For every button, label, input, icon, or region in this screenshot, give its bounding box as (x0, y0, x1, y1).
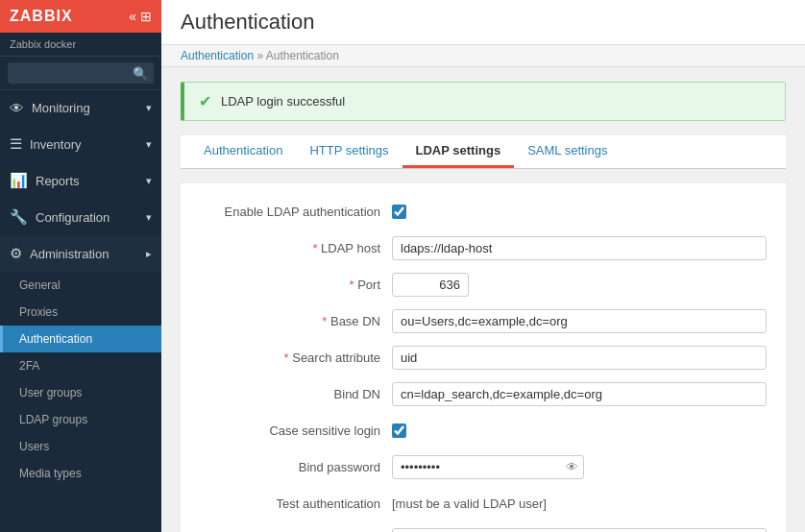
bind-dn-input[interactable] (392, 382, 767, 406)
bind-password-label: Bind password (200, 460, 392, 474)
sidebar-item-reports[interactable]: 📊 Reports ▾ (0, 162, 161, 199)
tab-authentication[interactable]: Authentication (190, 135, 296, 168)
case-sensitive-row: Case sensitive login (200, 417, 767, 444)
sidebar-item-monitoring[interactable]: 👁 Monitoring ▾ (0, 90, 161, 126)
sidebar-item-administration-label: Administration (30, 247, 109, 261)
sidebar-search-area: 🔍 (0, 57, 161, 90)
sidebar-item-inventory[interactable]: ☰ Inventory ▾ (0, 126, 161, 162)
sidebar-sub-proxies[interactable]: Proxies (0, 299, 161, 326)
ldap-host-input[interactable] (392, 236, 767, 260)
sidebar-item-monitoring-label: Monitoring (32, 101, 90, 115)
bind-password-input[interactable] (392, 455, 584, 479)
search-icon: 🔍 (133, 66, 148, 81)
search-attr-input[interactable] (392, 346, 767, 370)
sidebar-item-administration[interactable]: ⚙ Administration ▸ (0, 235, 161, 272)
sidebar-sub-media-types[interactable]: Media types (0, 460, 161, 487)
inventory-arrow: ▾ (146, 138, 152, 151)
configuration-arrow: ▾ (146, 211, 152, 224)
port-row: * Port (200, 271, 767, 298)
sidebar-sub-ldap-groups[interactable]: LDAP groups (0, 406, 161, 433)
search-attr-label: * Search attribute (200, 351, 392, 365)
sidebar-item-configuration-label: Configuration (36, 210, 110, 225)
success-icon: ✔ (199, 92, 211, 110)
monitoring-arrow: ▾ (146, 102, 152, 114)
success-message: ✔ LDAP login successful (181, 82, 786, 121)
sidebar-sub-2fa[interactable]: 2FA (0, 352, 161, 379)
tab-saml-settings[interactable]: SAML settings (514, 135, 621, 168)
case-sensitive-checkbox[interactable] (392, 423, 406, 438)
sidebar-item-inventory-label: Inventory (30, 137, 81, 152)
tab-ldap-settings[interactable]: LDAP settings (402, 135, 515, 168)
port-input[interactable] (392, 273, 469, 297)
menu-icon[interactable]: ⊞ (140, 9, 152, 24)
sidebar-sub-general[interactable]: General (0, 272, 161, 299)
reports-arrow: ▾ (146, 175, 152, 187)
tabs-bar: Authentication HTTP settings LDAP settin… (181, 135, 786, 169)
sidebar-header: ZABBIX « ⊞ (0, 0, 161, 33)
sidebar-controls: « ⊞ (129, 9, 152, 24)
enable-ldap-label: Enable LDAP authentication (200, 205, 392, 219)
reports-icon: 📊 (10, 172, 28, 189)
bind-dn-row: Bind DN (200, 380, 767, 407)
base-dn-input[interactable] (392, 309, 767, 333)
login-row: * Login (200, 526, 767, 532)
configuration-icon: 🔧 (10, 208, 28, 226)
sidebar-user: Zabbix docker (0, 33, 161, 57)
sidebar-sub-users[interactable]: Users (0, 433, 161, 460)
search-attr-row: * Search attribute (200, 344, 767, 371)
bind-password-wrap: 👁 (392, 455, 584, 479)
base-dn-label: * Base DN (200, 314, 392, 328)
enable-ldap-row: Enable LDAP authentication (200, 198, 767, 225)
inventory-icon: ☰ (10, 135, 22, 153)
breadcrumb-separator: » (256, 49, 265, 62)
sidebar: ZABBIX « ⊞ Zabbix docker 🔍 👁 Monitoring … (0, 0, 161, 532)
tab-http-settings[interactable]: HTTP settings (296, 135, 402, 168)
collapse-icon[interactable]: « (129, 9, 136, 24)
case-sensitive-label: Case sensitive login (200, 423, 392, 438)
sidebar-sub-authentication[interactable]: Authentication (0, 326, 161, 352)
ldap-host-label: * LDAP host (200, 241, 392, 255)
sidebar-sub-user-groups[interactable]: User groups (0, 379, 161, 406)
sidebar-item-reports-label: Reports (36, 174, 80, 188)
page-header: Authentication (161, 0, 805, 45)
administration-arrow: ▸ (146, 248, 152, 260)
login-input[interactable] (392, 528, 767, 533)
test-auth-label: Test authentication (200, 496, 392, 511)
success-text: LDAP login successful (221, 94, 345, 109)
main-content: Authentication Authentication » Authenti… (161, 0, 805, 532)
required-star: * (312, 241, 321, 255)
breadcrumb-parent[interactable]: Authentication (181, 49, 254, 62)
content-area: ✔ LDAP login successful Authentication H… (161, 67, 805, 532)
administration-icon: ⚙ (10, 245, 22, 262)
test-auth-note: [must be a valid LDAP user] (392, 496, 547, 511)
port-label: * Port (200, 278, 392, 292)
sidebar-logo: ZABBIX (10, 8, 73, 25)
form-container: Enable LDAP authentication * LDAP host *… (181, 183, 786, 532)
sidebar-item-configuration[interactable]: 🔧 Configuration ▾ (0, 199, 161, 235)
ldap-host-row: * LDAP host (200, 234, 767, 261)
bind-dn-label: Bind DN (200, 387, 392, 401)
test-auth-row: Test authentication [must be a valid LDA… (200, 490, 767, 517)
monitoring-icon: 👁 (10, 100, 24, 116)
enable-ldap-checkbox[interactable] (392, 205, 406, 219)
bind-password-row: Bind password 👁 (200, 453, 767, 480)
page-title: Authentication (181, 10, 314, 35)
breadcrumb-current: Authentication (266, 49, 339, 62)
base-dn-row: * Base DN (200, 307, 767, 334)
eye-icon[interactable]: 👁 (566, 460, 578, 474)
breadcrumb: Authentication » Authentication (161, 45, 805, 67)
